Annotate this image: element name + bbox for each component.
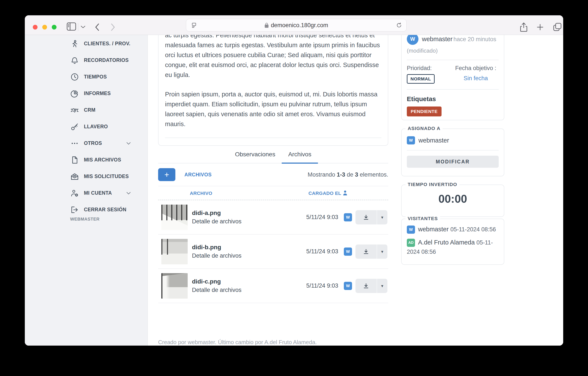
url-text[interactable]: demoenico.180gr.com bbox=[271, 22, 328, 29]
modified-label: (modificado) bbox=[407, 47, 499, 54]
time-spent-card: TIEMPO INVERTIDO 00:00 bbox=[401, 185, 504, 217]
chevron-down-icon bbox=[126, 142, 131, 145]
sidebar-item-mis-archivos[interactable]: MIS ARCHIVOS bbox=[25, 152, 147, 168]
sidebar-item-label: MIS ARCHIVOS bbox=[84, 157, 121, 163]
column-header-cargado-el[interactable]: CARGADO EL bbox=[309, 191, 341, 196]
sidebar-item-recordatorios[interactable]: RECORDATORIOS bbox=[25, 52, 147, 69]
logout-icon bbox=[71, 206, 79, 214]
file-upload-date: 5/11/24 9:03 bbox=[306, 282, 338, 289]
modify-button[interactable]: MODIFICAR bbox=[407, 156, 499, 168]
avatar: W bbox=[407, 226, 415, 234]
lock-icon bbox=[265, 22, 269, 28]
download-options-button[interactable]: ▾ bbox=[377, 279, 387, 293]
sidebar-item-tiempos[interactable]: TIEMPOS bbox=[25, 69, 147, 85]
file-upload-date: 5/11/24 9:03 bbox=[306, 248, 338, 255]
sidebar-item-cerrar-sesion[interactable]: CERRAR SESIÓN bbox=[25, 201, 147, 218]
visitor-row: Wwebmaster 05-11-2024 08:56 bbox=[407, 225, 499, 234]
envelope-icon bbox=[71, 172, 79, 181]
files-table-header: ARCHIVO CARGADO EL bbox=[158, 186, 388, 200]
sidebar-item-otros[interactable]: OTROS bbox=[25, 135, 147, 152]
sidebar-item-label: MIS SOLICITUDES bbox=[84, 174, 129, 179]
sidebar-toggle-icon[interactable] bbox=[67, 22, 76, 31]
target-date-link[interactable]: Sin fecha bbox=[464, 75, 488, 82]
assigned-user-name[interactable]: webmaster bbox=[418, 137, 449, 144]
new-tab-icon[interactable] bbox=[536, 23, 544, 31]
file-thumbnail[interactable] bbox=[161, 239, 188, 264]
file-subtitle: Detalle de archivos bbox=[192, 287, 242, 293]
divider bbox=[407, 60, 499, 60]
user-column-icon[interactable] bbox=[342, 190, 348, 196]
files-section-title: ARCHIVOS bbox=[184, 172, 212, 178]
file-name[interactable]: didi-c.png bbox=[192, 278, 242, 285]
uploader-avatar[interactable]: W bbox=[344, 248, 352, 256]
clock-icon bbox=[71, 73, 79, 81]
address-bar[interactable]: demoenico.180gr.com bbox=[186, 19, 406, 31]
main-area: ac turpis egestas. Pellentesque habitant… bbox=[148, 35, 563, 345]
pending-tag-badge[interactable]: PENDIENTE bbox=[407, 106, 441, 116]
chevron-down-icon[interactable] bbox=[80, 25, 86, 29]
file-thumbnail[interactable] bbox=[161, 273, 188, 299]
sidebar-item-clientes-prov[interactable]: CLIENTES. / PROV. bbox=[25, 35, 147, 52]
download-button[interactable] bbox=[355, 210, 377, 224]
sidebar-item-mis-solicitudes[interactable]: MIS SOLICITUDES bbox=[25, 168, 147, 185]
ellipsis-icon bbox=[71, 139, 79, 147]
uploader-avatar[interactable]: W bbox=[344, 282, 352, 290]
download-options-button[interactable]: ▾ bbox=[377, 210, 387, 224]
file-upload-date: 5/11/24 9:03 bbox=[306, 214, 338, 220]
showing-count-text: Mostrando 1-3 de 3 elementos. bbox=[308, 171, 388, 178]
description-paragraph-1: ac turpis egestas. Pellentesque habitant… bbox=[165, 35, 381, 80]
reload-icon[interactable] bbox=[396, 22, 402, 28]
share-icon[interactable] bbox=[519, 22, 528, 32]
activity-user[interactable]: webmaster bbox=[422, 36, 452, 42]
priority-badge[interactable]: NORMAL bbox=[407, 74, 435, 84]
tab-overview-icon[interactable] bbox=[553, 22, 562, 31]
file-row[interactable]: didi-a.png Detalle de archivos 5/11/24 9… bbox=[158, 200, 388, 235]
file-name[interactable]: didi-b.png bbox=[192, 244, 242, 251]
sidebar-item-label: RECORDATORIOS bbox=[84, 57, 129, 63]
column-header-archivo[interactable]: ARCHIVO bbox=[190, 191, 212, 196]
add-file-button[interactable]: + bbox=[158, 168, 175, 181]
sidebar-item-mi-cuenta[interactable]: MI CUENTA bbox=[25, 185, 147, 201]
download-icon bbox=[363, 214, 369, 220]
priority-label: Prioridad: bbox=[407, 65, 453, 72]
download-button[interactable] bbox=[355, 244, 377, 259]
download-icon bbox=[363, 248, 369, 255]
assigned-user-row: W webmaster bbox=[407, 136, 499, 145]
zoom-window-button[interactable] bbox=[52, 25, 56, 30]
time-spent-title: TIEMPO INVERTIDO bbox=[406, 182, 459, 187]
file-row[interactable]: didi-b.png Detalle de archivos 5/11/24 9… bbox=[158, 235, 388, 269]
sidebar-item-label: MI CUENTA bbox=[84, 190, 112, 196]
uploader-avatar[interactable]: W bbox=[344, 213, 352, 221]
user-gear-icon bbox=[71, 189, 79, 197]
visitor-name[interactable]: A.del Fruto Alameda bbox=[418, 239, 475, 246]
back-button-icon[interactable] bbox=[94, 23, 100, 32]
detail-tabs: Observaciones Archivos bbox=[158, 147, 388, 163]
sidebar-item-label: INFORMES bbox=[84, 91, 111, 96]
avatar: AD bbox=[407, 239, 415, 247]
file-name[interactable]: didi-a.png bbox=[192, 209, 242, 217]
visitors-card: VISITANTES Wwebmaster 05-11-2024 08:56 A… bbox=[401, 219, 504, 265]
close-window-button[interactable] bbox=[33, 25, 38, 30]
screenshot-canvas: { "browser": { "url": "demoenico.180gr.c… bbox=[0, 0, 588, 376]
sidebar-item-label: LLAVERO bbox=[84, 124, 108, 130]
minimize-window-button[interactable] bbox=[42, 25, 47, 30]
tab-observaciones[interactable]: Observaciones bbox=[228, 151, 282, 163]
visitor-name[interactable]: webmaster bbox=[418, 226, 449, 233]
file-row[interactable]: didi-c.png Detalle de archivos 5/11/24 9… bbox=[158, 269, 388, 303]
handshake-icon bbox=[71, 106, 79, 114]
file-thumbnail[interactable] bbox=[161, 205, 188, 230]
download-options-button[interactable]: ▾ bbox=[377, 244, 387, 259]
sidebar-item-informes[interactable]: INFORMES bbox=[25, 85, 147, 102]
target-date-block: Fecha objetivo : Sin fecha bbox=[453, 65, 499, 84]
file-icon bbox=[71, 156, 79, 164]
tab-archivos[interactable]: Archivos bbox=[282, 151, 318, 163]
sidebar-item-llavero[interactable]: LLAVERO bbox=[25, 118, 147, 135]
sidebar-item-crm[interactable]: CRM bbox=[25, 102, 147, 118]
target-date-label: Fecha objetivo : bbox=[453, 65, 499, 72]
download-button[interactable] bbox=[355, 279, 377, 293]
last-activity-row: W webmaster hace 20 minutos bbox=[407, 35, 499, 45]
forward-button-icon[interactable] bbox=[110, 23, 116, 32]
browser-window: demoenico.180gr.com bbox=[25, 15, 563, 345]
reader-view-icon[interactable] bbox=[191, 22, 197, 29]
visitor-row: ADA.del Fruto Alameda 05-11-2024 08:56 bbox=[407, 238, 499, 256]
